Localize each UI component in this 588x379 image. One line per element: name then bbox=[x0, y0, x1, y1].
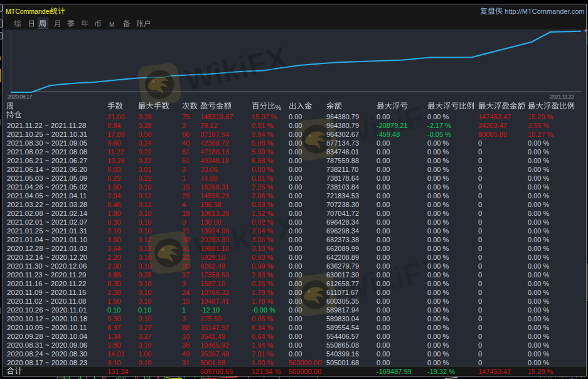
svg-text:WikiFX: WikiFX bbox=[182, 41, 291, 97]
